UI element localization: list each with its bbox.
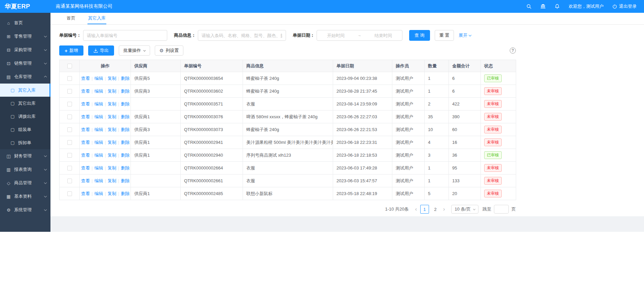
copy-link[interactable]: 复制 (108, 101, 116, 106)
delete-link[interactable]: 删除 (121, 76, 130, 81)
delete-link[interactable]: 删除 (121, 89, 130, 94)
sidebar-item-other-outbound[interactable]: ▢其它出库 (0, 97, 50, 110)
sidebar-item-finance[interactable]: ◫财务管理 (0, 149, 50, 163)
sidebar-item-retail[interactable]: ⊞零售管理 (0, 30, 50, 43)
view-link[interactable]: 查看 (81, 165, 90, 170)
delete-link[interactable]: 删除 (121, 101, 130, 106)
product-info-input[interactable] (198, 30, 286, 41)
edit-link[interactable]: 编辑 (94, 89, 103, 94)
row-checkbox[interactable] (67, 115, 72, 119)
add-button[interactable]: + 新增 (59, 45, 83, 56)
copy-link[interactable]: 复制 (108, 89, 116, 94)
delete-link[interactable]: 删除 (121, 153, 130, 158)
edit-link[interactable]: 编辑 (94, 178, 103, 183)
action-separator: | (92, 76, 93, 81)
view-link[interactable]: 查看 (81, 89, 90, 94)
search-icon[interactable] (526, 4, 532, 9)
page-button-1[interactable]: 1 (420, 205, 429, 214)
sidebar-item-assembly-order[interactable]: ▢组装单 (0, 123, 50, 136)
copy-link[interactable]: 复制 (108, 127, 116, 132)
view-link[interactable]: 查看 (81, 114, 90, 119)
row-checkbox[interactable] (67, 166, 72, 170)
notification-bell-icon[interactable] (554, 4, 560, 9)
row-checkbox[interactable] (67, 89, 72, 94)
delete-link[interactable]: 删除 (121, 178, 130, 183)
sidebar-item-basedata[interactable]: ▦基本资料 (0, 190, 50, 203)
expand-filters-link[interactable]: 展开 (459, 32, 471, 38)
row-checkbox[interactable] (67, 179, 72, 183)
edit-link[interactable]: 编辑 (94, 76, 103, 81)
tab-home[interactable]: 首页 (66, 13, 76, 24)
search-button[interactable]: 查 询 (409, 30, 430, 41)
row-checkbox[interactable] (67, 153, 72, 158)
view-link[interactable]: 查看 (81, 153, 90, 158)
column-settings-button[interactable]: ⚙ 列设置 (155, 45, 184, 56)
edit-link[interactable]: 编辑 (94, 101, 103, 106)
date-range-picker[interactable]: ~ (317, 30, 402, 41)
delete-link[interactable]: 删除 (121, 140, 130, 145)
copy-link[interactable]: 复制 (108, 165, 116, 170)
reset-button[interactable]: 重 置 (435, 30, 454, 41)
date-end-input[interactable] (366, 33, 400, 38)
copy-link[interactable]: 复制 (108, 153, 116, 158)
prev-page-button[interactable]: ‹ (413, 207, 419, 212)
select-all-checkbox[interactable] (67, 64, 72, 68)
next-page-button[interactable]: › (441, 207, 447, 212)
help-icon[interactable]: ? (510, 48, 516, 54)
sidebar-item-warehouse[interactable]: ▤仓库管理 (0, 70, 50, 84)
sidebar-item-other-inbound[interactable]: ▢其它入库 (0, 84, 50, 97)
delete-link[interactable]: 删除 (121, 165, 130, 170)
action-separator: | (105, 178, 106, 183)
copy-link[interactable]: 复制 (108, 178, 116, 183)
page-size-select[interactable]: 10 条/页 (451, 205, 478, 214)
sidebar-item-transfer-outbound[interactable]: ▢调拨出库 (0, 110, 50, 123)
delete-link[interactable]: 删除 (121, 127, 130, 132)
edit-link[interactable]: 编辑 (94, 127, 103, 132)
row-checkbox[interactable] (67, 76, 72, 81)
edit-link[interactable]: 编辑 (94, 114, 103, 119)
sidebar-item-label: 其它出库 (18, 100, 46, 106)
row-checkbox[interactable] (67, 140, 72, 145)
product-cell: 联想小新鼠标 (243, 187, 333, 200)
action-separator: | (105, 140, 106, 145)
bill-no-input[interactable] (83, 30, 167, 41)
sidebar-item-sales[interactable]: ⊡销售管理 (0, 57, 50, 70)
edit-link[interactable]: 编辑 (94, 140, 103, 145)
organization-bank-icon[interactable] (540, 4, 546, 9)
sidebar-item-home[interactable]: ⌂首页 (0, 16, 50, 30)
view-link[interactable]: 查看 (81, 101, 90, 106)
view-link[interactable]: 查看 (81, 140, 90, 145)
view-link[interactable]: 查看 (81, 178, 90, 183)
edit-link[interactable]: 编辑 (94, 191, 103, 196)
copy-link[interactable]: 复制 (108, 140, 116, 145)
sidebar-item-goods[interactable]: ◇商品管理 (0, 176, 50, 190)
jump-page-input[interactable] (494, 205, 509, 214)
row-checkbox[interactable] (67, 191, 72, 196)
delete-link[interactable]: 删除 (121, 191, 130, 196)
edit-link[interactable]: 编辑 (94, 153, 103, 158)
page-button-2[interactable]: 2 (431, 205, 440, 214)
copy-link[interactable]: 复制 (108, 76, 116, 81)
sidebar-item-report[interactable]: ▥报表查询 (0, 163, 50, 176)
batch-actions-button[interactable]: 批量操作 (119, 45, 150, 56)
tab-other-inbound[interactable]: 其它入库 (87, 13, 106, 24)
column-header-bill-no: 单据编号 (181, 60, 243, 72)
delete-link[interactable]: 删除 (121, 114, 130, 119)
view-link[interactable]: 查看 (81, 127, 90, 132)
copy-link[interactable]: 复制 (108, 114, 116, 119)
row-actions-cell: 查看|编辑|复制|删除 (80, 175, 131, 187)
sidebar-item-disassembly-order[interactable]: ▢拆卸单 (0, 136, 50, 149)
row-checkbox[interactable] (67, 127, 72, 132)
date-cell: 2023-08-14 23:59:09 (333, 98, 392, 111)
view-link[interactable]: 查看 (81, 191, 90, 196)
row-checkbox[interactable] (67, 102, 72, 106)
date-start-input[interactable] (319, 33, 353, 38)
edit-link[interactable]: 编辑 (94, 165, 103, 170)
export-button[interactable]: 导出 (88, 45, 114, 56)
sidebar-item-label: 系统管理 (14, 207, 44, 213)
view-link[interactable]: 查看 (81, 76, 90, 81)
sidebar-item-system[interactable]: ⚙系统管理 (0, 203, 50, 217)
logout-button[interactable]: 退出登录 (612, 3, 637, 9)
sidebar-item-purchase[interactable]: ⊟采购管理 (0, 43, 50, 57)
copy-link[interactable]: 复制 (108, 191, 116, 196)
